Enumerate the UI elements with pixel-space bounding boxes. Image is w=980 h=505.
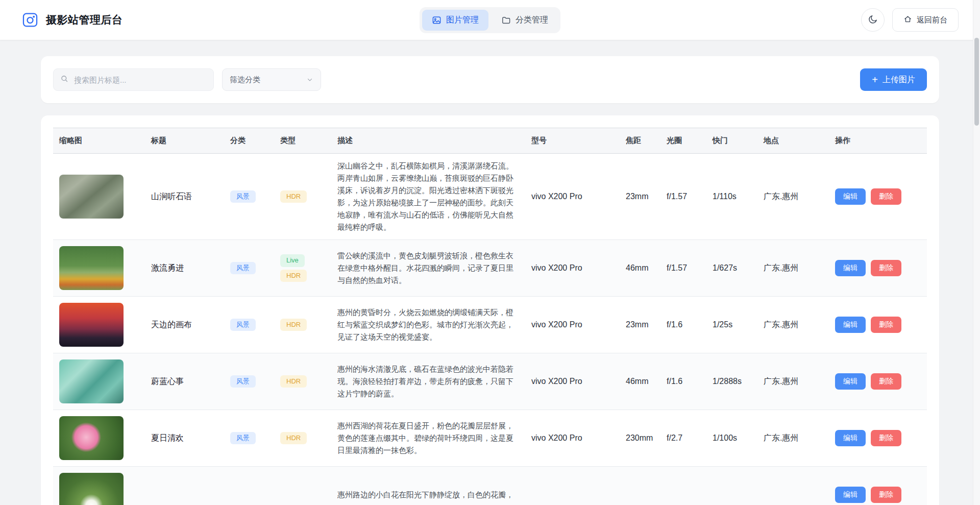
table-header-row: 缩略图 标题 分类 类型 描述 型号 焦距 光圈 快门 地点 操作: [53, 128, 927, 154]
delete-button[interactable]: 删除: [871, 260, 901, 276]
photos-table-card: 缩略图 标题 分类 类型 描述 型号 焦距 光圈 快门 地点 操作 山涧听石语: [41, 115, 939, 505]
edit-button[interactable]: 编辑: [835, 260, 866, 276]
table-row: 山涧听石语 风景 HDR 深山幽谷之中，乱石横陈如棋局，清溪潺潺绕石流。两岸青山…: [53, 154, 927, 240]
category-badge: 风景: [230, 319, 256, 331]
type-badge: HDR: [280, 375, 307, 388]
tab-group: 图片管理 分类管理: [420, 7, 560, 33]
photo-title: 山涧听石语: [145, 154, 224, 240]
moon-icon: [868, 14, 878, 26]
shutter-speed: 1/100s: [706, 410, 757, 467]
filter-toolbar: 筛选分类 + 上传图片: [41, 56, 939, 103]
upload-button-label: 上传图片: [883, 75, 915, 85]
location-value: 广东.惠州: [757, 410, 829, 467]
table-row: 夏日清欢 风景 HDR 惠州西湖的荷花在夏日盛开，粉色的花瓣层层舒展，黄色的莲蓬…: [53, 410, 927, 467]
location-value: 广东.惠州: [757, 353, 829, 410]
edit-button[interactable]: 编辑: [835, 373, 866, 390]
table-row: 激流勇进 风景 LiveHDR 雷公峡的溪流中，黄色皮划艇劈波斩浪，橙色救生衣在…: [53, 240, 927, 297]
aperture-value: f/1.57: [660, 154, 706, 240]
delete-button[interactable]: 删除: [871, 487, 901, 503]
photo-thumbnail[interactable]: [59, 303, 124, 347]
shutter-speed: 1/110s: [706, 154, 757, 240]
focal-length: 23mm: [620, 297, 660, 353]
topbar-right: 返回前台: [861, 8, 959, 32]
chevron-down-icon: [306, 76, 313, 83]
column-header-actions: 操作: [829, 128, 927, 154]
row-actions: 编辑 删除: [835, 487, 921, 503]
tab-category-management[interactable]: 分类管理: [492, 10, 558, 31]
photo-thumbnail[interactable]: [59, 416, 124, 460]
photo-thumbnail[interactable]: [59, 246, 124, 290]
type-badge: HDR: [280, 319, 307, 331]
home-icon: [903, 15, 912, 25]
delete-button[interactable]: 删除: [871, 188, 901, 205]
camera-icon: [21, 11, 39, 29]
column-header-aperture: 光圈: [660, 128, 706, 154]
type-badges: LiveHDR: [280, 254, 325, 282]
row-actions: 编辑 删除: [835, 188, 921, 205]
delete-button[interactable]: 删除: [871, 373, 901, 390]
image-icon: [432, 15, 442, 25]
edit-button[interactable]: 编辑: [835, 188, 866, 205]
focal-length: 46mm: [620, 240, 660, 297]
photo-description: 惠州的海水清澈见底，礁石在蓝绿色的波光中若隐若现。海浪轻轻拍打着岸边，带走所有的…: [337, 363, 519, 400]
back-button-label: 返回前台: [917, 15, 947, 25]
table-row: 蔚蓝心事 风景 HDR 惠州的海水清澈见底，礁石在蓝绿色的波光中若隐若现。海浪轻…: [53, 353, 927, 410]
column-header-title: 标题: [145, 128, 224, 154]
edit-button[interactable]: 编辑: [835, 317, 866, 333]
photo-description: 惠州西湖的荷花在夏日盛开，粉色的花瓣层层舒展，黄色的莲蓬点缀其中。碧绿的荷叶环绕…: [337, 420, 519, 456]
focal-length: 23mm: [620, 154, 660, 240]
aperture-value: f/2.7: [660, 410, 706, 467]
table-row: 天边的画布 风景 HDR 惠州的黄昏时分，火烧云如燃烧的绸缎铺满天际，橙红与紫蓝…: [53, 297, 927, 353]
photo-description: 雷公峡的溪流中，黄色皮划艇劈波斩浪，橙色救生衣在绿意中格外醒目。水花四溅的瞬间，…: [337, 250, 519, 286]
search-input[interactable]: [73, 75, 207, 85]
dark-mode-toggle[interactable]: [861, 8, 885, 32]
photos-table: 缩略图 标题 分类 类型 描述 型号 焦距 光圈 快门 地点 操作 山涧听石语: [53, 128, 927, 505]
photo-thumbnail[interactable]: [59, 473, 124, 505]
back-to-frontend-button[interactable]: 返回前台: [892, 8, 959, 32]
focal-length: 46mm: [620, 353, 660, 410]
category-badge: 风景: [230, 190, 256, 203]
camera-model: [525, 467, 620, 505]
shutter-speed: 1/627s: [706, 240, 757, 297]
shutter-speed: [706, 467, 757, 505]
tab-label: 图片管理: [446, 15, 479, 26]
photo-thumbnail[interactable]: [59, 359, 124, 403]
tab-label: 分类管理: [516, 15, 548, 26]
edit-button[interactable]: 编辑: [835, 487, 866, 503]
category-badge: 风景: [230, 432, 256, 445]
camera-model: vivo X200 Pro: [525, 410, 620, 467]
type-badges: HDR: [280, 319, 325, 331]
column-header-description: 描述: [331, 128, 525, 154]
category-filter-select[interactable]: 筛选分类: [222, 68, 321, 91]
edit-button[interactable]: 编辑: [835, 430, 866, 446]
tab-image-management[interactable]: 图片管理: [422, 10, 488, 31]
focal-length: 230mm: [620, 410, 660, 467]
column-header-focal: 焦距: [620, 128, 660, 154]
type-badge: HDR: [280, 432, 307, 445]
category-badge: 风景: [230, 375, 256, 388]
scrollbar-thumb[interactable]: [974, 38, 979, 126]
column-header-category: 分类: [224, 128, 274, 154]
type-badge: Live: [280, 254, 305, 267]
location-value: 广东.惠州: [757, 297, 829, 353]
location-value: 广东.惠州: [757, 240, 829, 297]
table-row: 惠州路边的小白花在阳光下静静绽放，白色的花瓣， 编辑 删除: [53, 467, 927, 505]
photo-description: 惠州路边的小白花在阳光下静静绽放，白色的花瓣，: [337, 489, 519, 501]
shutter-speed: 1/2888s: [706, 353, 757, 410]
shutter-speed: 1/25s: [706, 297, 757, 353]
upload-button[interactable]: + 上传图片: [860, 68, 927, 91]
search-box[interactable]: [53, 68, 214, 91]
delete-button[interactable]: 删除: [871, 430, 901, 446]
location-value: 广东.惠州: [757, 154, 829, 240]
type-badges: HDR: [280, 190, 325, 203]
row-actions: 编辑 删除: [835, 317, 921, 333]
column-header-thumbnail: 缩略图: [53, 128, 145, 154]
row-actions: 编辑 删除: [835, 430, 921, 446]
photo-thumbnail[interactable]: [59, 175, 124, 219]
delete-button[interactable]: 删除: [871, 317, 901, 333]
select-value: 筛选分类: [230, 75, 260, 85]
admin-page: 摄影站管理后台 图片管理 分类管理: [0, 0, 980, 505]
type-badge: HDR: [280, 190, 307, 203]
photo-title: 激流勇进: [145, 240, 224, 297]
page-scrollbar[interactable]: [973, 0, 980, 505]
